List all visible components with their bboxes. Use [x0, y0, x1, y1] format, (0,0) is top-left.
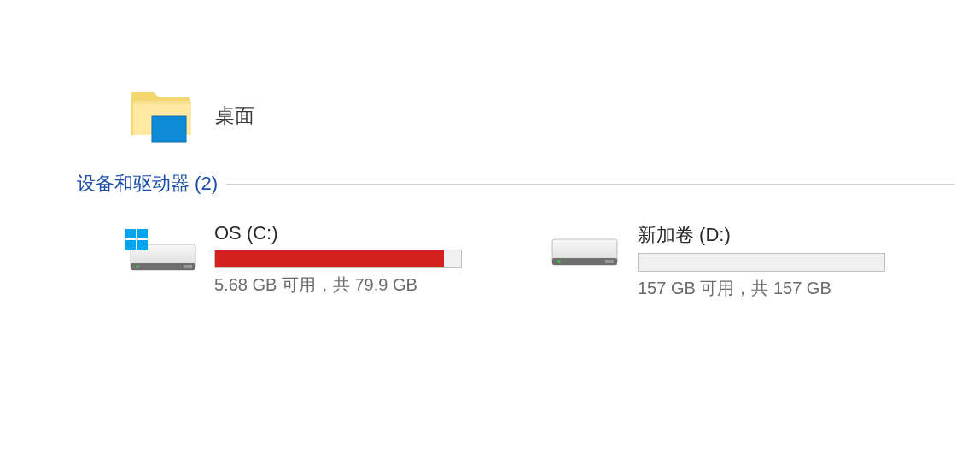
drive-info: OS (C:) 5.68 GB 可用，共 79.9 GB	[214, 222, 462, 297]
section-header[interactable]: 设备和驱动器 (2)	[77, 171, 954, 197]
drive-name: OS (C:)	[214, 222, 462, 244]
drive-item-c[interactable]: OS (C:) 5.68 GB 可用，共 79.9 GB	[124, 222, 462, 300]
drives-row: OS (C:) 5.68 GB 可用，共 79.9 GB	[124, 222, 954, 300]
drive-status: 157 GB 可用，共 157 GB	[638, 277, 885, 300]
capacity-bar	[214, 250, 462, 268]
folder-label: 桌面	[215, 103, 254, 129]
svg-rect-8	[125, 240, 136, 250]
drive-item-d[interactable]: 新加卷 (D:) 157 GB 可用，共 157 GB	[547, 222, 885, 300]
svg-rect-9	[137, 240, 148, 250]
explorer-panel: 桌面 设备和驱动器 (2)	[0, 85, 980, 300]
section-title: 设备和驱动器 (2)	[77, 171, 218, 197]
drive-icon	[547, 222, 622, 282]
capacity-fill	[215, 250, 444, 267]
svg-rect-7	[137, 229, 148, 238]
desktop-folder-icon	[128, 85, 196, 145]
svg-rect-5	[184, 265, 192, 268]
svg-rect-13	[605, 260, 614, 263]
drive-status: 5.68 GB 可用，共 79.9 GB	[214, 273, 462, 297]
section-divider	[226, 184, 954, 185]
drive-name: 新加卷 (D:)	[638, 222, 885, 248]
svg-rect-6	[125, 229, 136, 238]
svg-point-4	[136, 265, 139, 268]
system-drive-icon	[124, 222, 199, 282]
folder-item[interactable]: 桌面	[128, 85, 954, 145]
svg-rect-0	[152, 116, 186, 142]
capacity-bar	[638, 253, 885, 272]
drive-info: 新加卷 (D:) 157 GB 可用，共 157 GB	[638, 222, 885, 300]
svg-point-12	[557, 260, 561, 263]
